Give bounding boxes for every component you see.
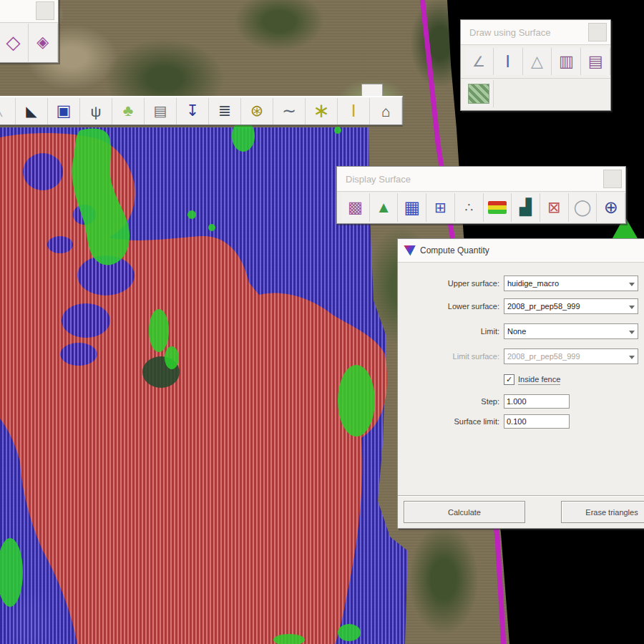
draw-triangle-icon[interactable]: △	[523, 48, 552, 75]
mountain-profile-icon: ◣	[26, 104, 36, 118]
window-frame-icon: ⌂	[381, 104, 391, 119]
step-label: Step:	[398, 397, 504, 406]
gear-flower-icon[interactable]: ∗	[306, 98, 338, 125]
layer-stack-icon: ≣	[218, 103, 231, 119]
terramodeler-logo-icon	[404, 245, 416, 256]
close-icon[interactable]	[603, 170, 622, 188]
diamond-polygon-icon: ◇	[6, 33, 20, 52]
draw-using-surface-window: Draw using Surface ∠Ι△▥▤	[460, 19, 611, 111]
dual-grid-icon[interactable]: ⊞	[426, 193, 455, 222]
drape-stamp-icon: ◈	[36, 34, 49, 50]
display-grid-icon[interactable]: ▦	[398, 193, 426, 222]
draw-columns-a-icon: ▥	[559, 54, 574, 69]
close-icon[interactable]	[36, 1, 54, 20]
mini-toolbar-titlebar[interactable]	[0, 0, 58, 23]
draw-section-icon: ∠	[472, 54, 485, 69]
upper-surface-dropdown[interactable]: huidige_macro	[504, 275, 638, 291]
color-bands-icon[interactable]	[484, 193, 512, 222]
earthworks-icon: ⊛	[250, 103, 263, 119]
earthworks-icon[interactable]: ⊛	[241, 98, 273, 125]
main-toolbar: ╲◣▣ψ♣▤↧≣⊛∼∗Ι⌂	[0, 96, 403, 125]
calculate-button[interactable]: Calculate	[404, 501, 525, 523]
boundary-circle-icon[interactable]: ◯	[569, 193, 597, 222]
plumb-point-icon[interactable]: ↧	[177, 98, 209, 125]
compute-quantity-title: Compute Quantity	[416, 245, 489, 255]
column-tool-icon[interactable]: Ι	[338, 98, 370, 125]
vegetation-icon[interactable]: ♣	[112, 98, 145, 125]
view-window-icon[interactable]: ▣	[48, 98, 80, 125]
display-toolbar-icons: ▩▲▦⊞∴▟⊠◯⊕	[337, 192, 625, 223]
diagonal-measure-icon: ╲	[0, 107, 2, 116]
lower-surface-label: Lower surface:	[398, 302, 504, 311]
smooth-curve-icon[interactable]: ∼	[273, 98, 306, 125]
limit-label: Limit:	[398, 327, 504, 336]
fence-marker-icon: ⊠	[547, 200, 560, 215]
limit-dropdown[interactable]: None	[504, 323, 638, 339]
erase-triangles-button[interactable]: Erase triangles	[561, 501, 644, 523]
draw-profile-ibeam-icon[interactable]: Ι	[494, 48, 523, 75]
slope-arrows-icon[interactable]: ∴	[455, 193, 484, 222]
limit-value: None	[504, 327, 526, 336]
mountain-profile-icon[interactable]: ◣	[16, 98, 48, 125]
surface-limit-label: Surface limit:	[398, 417, 504, 426]
display-grid-icon: ▦	[404, 199, 420, 216]
vegetation-icon: ♣	[123, 103, 133, 119]
compute-quantity-dialog: Compute Quantity Upper surface: huidige_…	[397, 238, 644, 529]
step-input[interactable]	[504, 394, 570, 409]
plumb-point-icon: ↧	[186, 103, 199, 119]
mini-toolbar-window: ╲◇◈	[0, 0, 59, 63]
drape-stamp-icon[interactable]: ◈	[29, 24, 58, 62]
dialog-separator	[398, 495, 644, 496]
contour-lamp-icon[interactable]: ▟	[512, 193, 540, 222]
column-tool-icon: Ι	[351, 102, 356, 119]
fence-marker-icon[interactable]: ⊠	[540, 193, 569, 222]
draw-toolbar-titlebar[interactable]: Draw using Surface	[461, 20, 610, 45]
mini-toolbar-icons: ╲◇◈	[0, 23, 58, 62]
display-surface-window: Display Surface ▩▲▦⊞∴▟⊠◯⊕	[336, 166, 626, 224]
draw-columns-b-icon[interactable]: ▤	[581, 48, 610, 75]
shaded-relief-icon[interactable]: ▲	[370, 193, 399, 222]
lower-surface-dropdown[interactable]: 2008_pr_pep58_999	[504, 298, 638, 314]
draw-triangle-icon: △	[531, 54, 543, 69]
label-box-icon[interactable]: ▤	[145, 98, 177, 125]
shaded-relief-icon: ▲	[376, 200, 391, 215]
window-frame-icon[interactable]: ⌂	[370, 98, 402, 125]
boundary-circle-icon: ◯	[574, 200, 592, 215]
textured-surface-icon[interactable]	[464, 80, 494, 107]
upper-surface-value: huidige_macro	[504, 279, 559, 288]
contour-lamp-icon: ▟	[519, 200, 532, 215]
chevron-down-icon	[629, 306, 635, 309]
draw-toolbar-title: Draw using Surface	[461, 27, 550, 38]
diagonal-measure-icon[interactable]: ╲	[0, 98, 16, 125]
triangulated-mesh-icon[interactable]: ▩	[341, 193, 370, 222]
display-toolbar-title: Display Surface	[337, 174, 411, 185]
display-toolbar-titlebar[interactable]: Display Surface	[337, 167, 625, 192]
draw-columns-a-icon[interactable]: ▥	[552, 48, 581, 75]
layer-stack-icon[interactable]: ≣	[209, 98, 241, 125]
lower-surface-value: 2008_pr_pep58_999	[504, 302, 580, 311]
inside-fence-checkbox[interactable]: ✓	[504, 374, 514, 385]
chevron-down-icon	[629, 356, 635, 359]
inside-fence-label: Inside fence	[518, 375, 560, 385]
upper-surface-label: Upper surface:	[398, 279, 504, 288]
chevron-down-icon	[629, 283, 635, 286]
draw-columns-b-icon: ▤	[588, 54, 603, 69]
tree-icon[interactable]: ψ	[80, 98, 112, 125]
draw-section-icon[interactable]: ∠	[464, 48, 494, 75]
view-window-icon: ▣	[57, 103, 72, 119]
sphere-grid-icon[interactable]: ⊕	[597, 193, 625, 222]
limit-surface-value: 2008_pr_pep58_999	[504, 352, 580, 361]
tree-icon: ψ	[91, 104, 102, 119]
draw-toolbar-row2	[461, 79, 610, 109]
limit-surface-label: Limit surface:	[398, 352, 504, 361]
diamond-polygon-icon[interactable]: ◇	[0, 24, 29, 62]
close-icon[interactable]	[588, 23, 607, 42]
dual-grid-icon: ⊞	[434, 200, 447, 215]
gear-flower-icon: ∗	[313, 101, 329, 121]
slope-arrows-icon: ∴	[464, 201, 472, 214]
compute-quantity-titlebar[interactable]: Compute Quantity	[398, 239, 644, 263]
chevron-down-icon	[629, 331, 635, 334]
label-box-icon: ▤	[154, 104, 167, 118]
draw-toolbar-row1: ∠Ι△▥▤	[461, 45, 610, 79]
surface-limit-input[interactable]	[504, 414, 570, 429]
